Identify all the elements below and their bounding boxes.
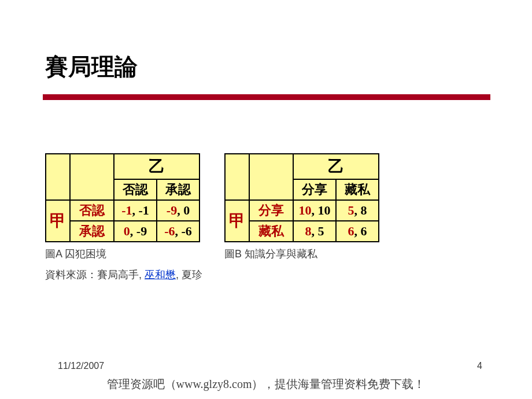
payoff-col: 8 bbox=[361, 203, 367, 217]
payoff-row: 0 bbox=[124, 224, 130, 238]
payoff-matrix-a: 乙 否認 承認 甲 否認 -1, -1 -9, 0 承認 0, -9 -6, -… bbox=[45, 153, 200, 242]
blank-cell bbox=[70, 154, 114, 200]
payoff-col: 10 bbox=[318, 203, 331, 217]
payoff-row: 6 bbox=[348, 224, 354, 238]
table-a-block: 乙 否認 承認 甲 否認 -1, -1 -9, 0 承認 0, -9 -6, -… bbox=[45, 153, 200, 261]
payoff-cell: 0, -9 bbox=[114, 221, 157, 242]
payoff-row: 8 bbox=[305, 224, 312, 238]
payoff-row: 10 bbox=[299, 203, 312, 217]
col-player-label: 乙 bbox=[114, 154, 200, 179]
source-suffix: , 夏珍 bbox=[176, 269, 202, 280]
payoff-col: 0 bbox=[183, 203, 190, 217]
col-player-label: 乙 bbox=[293, 154, 379, 179]
payoff-sep: , bbox=[312, 224, 318, 238]
col-strategy: 否認 bbox=[114, 179, 157, 200]
blank-cell bbox=[249, 154, 293, 200]
payoff-sep: , bbox=[130, 224, 136, 238]
payoff-cell: 8, 5 bbox=[293, 221, 336, 242]
row-strategy: 分享 bbox=[249, 200, 293, 221]
content-area: 乙 否認 承認 甲 否認 -1, -1 -9, 0 承認 0, -9 -6, -… bbox=[0, 100, 532, 261]
payoff-cell: 5, 8 bbox=[336, 200, 379, 221]
payoff-col: 6 bbox=[361, 224, 367, 238]
footer-page-number: 4 bbox=[477, 361, 482, 371]
footer-note: 管理资源吧（www.glzy8.com），提供海量管理资料免费下载！ bbox=[0, 376, 532, 392]
table-b-caption: 圖B 知識分享與藏私 bbox=[224, 247, 379, 261]
blank-cell bbox=[225, 154, 249, 200]
payoff-cell: -9, 0 bbox=[157, 200, 200, 221]
payoff-col: 5 bbox=[318, 224, 324, 238]
payoff-row: 5 bbox=[348, 203, 354, 217]
payoff-col: -9 bbox=[136, 224, 147, 238]
row-strategy: 否認 bbox=[70, 200, 114, 221]
row-player-label: 甲 bbox=[46, 200, 70, 242]
payoff-sep: , bbox=[312, 203, 318, 217]
payoff-row: -9 bbox=[167, 203, 177, 217]
col-strategy: 分享 bbox=[293, 179, 336, 200]
payoff-col: -1 bbox=[139, 203, 149, 217]
col-strategy: 藏私 bbox=[336, 179, 379, 200]
source-line: 資料來源：賽局高手, 巫和懋, 夏珍 bbox=[0, 261, 532, 282]
source-prefix: 資料來源：賽局高手, bbox=[45, 269, 145, 280]
payoff-row: -1 bbox=[121, 203, 132, 217]
payoff-col: -6 bbox=[182, 224, 192, 238]
payoff-cell: -1, -1 bbox=[114, 200, 157, 221]
payoff-sep: , bbox=[354, 224, 361, 238]
table-b-block: 乙 分享 藏私 甲 分享 10, 10 5, 8 藏私 8, 5 6, 6 圖B… bbox=[224, 153, 379, 261]
source-link[interactable]: 巫和懋 bbox=[145, 269, 176, 280]
row-strategy: 承認 bbox=[70, 221, 114, 242]
payoff-cell: 10, 10 bbox=[293, 200, 336, 221]
payoff-row: -6 bbox=[164, 224, 175, 238]
row-player-label: 甲 bbox=[225, 200, 249, 242]
payoff-matrix-b: 乙 分享 藏私 甲 分享 10, 10 5, 8 藏私 8, 5 6, 6 bbox=[224, 153, 379, 242]
col-strategy: 承認 bbox=[157, 179, 200, 200]
table-a-caption: 圖A 囚犯困境 bbox=[45, 247, 200, 261]
blank-cell bbox=[46, 154, 70, 200]
payoff-sep: , bbox=[175, 224, 182, 238]
payoff-sep: , bbox=[354, 203, 361, 217]
payoff-cell: 6, 6 bbox=[336, 221, 379, 242]
title-rule bbox=[43, 94, 490, 100]
payoff-cell: -6, -6 bbox=[157, 221, 200, 242]
payoff-sep: , bbox=[132, 203, 139, 217]
slide-title: 賽局理論 bbox=[0, 0, 532, 94]
footer-date: 11/12/2007 bbox=[58, 361, 104, 371]
payoff-sep: , bbox=[177, 203, 183, 217]
row-strategy: 藏私 bbox=[249, 221, 293, 242]
